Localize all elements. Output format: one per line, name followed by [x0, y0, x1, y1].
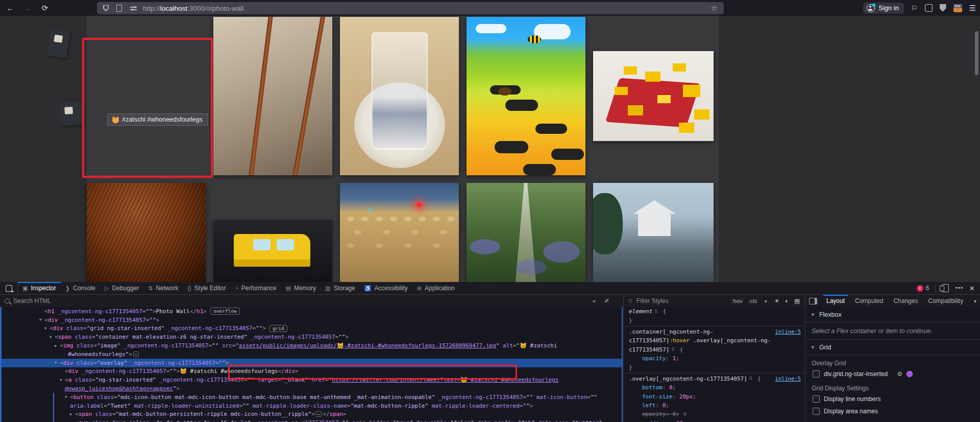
css-declaration[interactable]: font-size: 20px; — [624, 392, 805, 401]
css-declaration[interactable]: padding: ▶20px; — [624, 419, 805, 422]
stylesheet-source-link[interactable]: inline:5 — [775, 376, 801, 382]
url-bar[interactable]: http://localhost:3000/#/photo-wall ☆ — [97, 2, 724, 14]
site-permissions-icon[interactable] — [130, 6, 137, 11]
close-devtools-icon[interactable]: ✕ — [969, 285, 975, 292]
markup-line[interactable]: ▼<span class="container mat-elevation-z6… — [2, 333, 622, 341]
extension-container-icon[interactable] — [925, 4, 933, 12]
css-selector-line[interactable]: } — [624, 316, 805, 324]
grid-color-swatch[interactable] — [906, 371, 913, 377]
devtools-tab-performance[interactable]: ◔Performance — [230, 282, 281, 294]
lego-wall-photo[interactable] — [340, 183, 459, 282]
markup-line[interactable]: aria-label="Tweet" mat-ripple-loader-uni… — [2, 402, 622, 410]
pseudo-class-toggle[interactable]: :hov — [731, 298, 743, 304]
extension-pocket-icon[interactable]: ⚐ — [911, 4, 918, 12]
new-rule-button[interactable]: ＋ — [763, 297, 769, 305]
knit-photo[interactable] — [87, 183, 206, 282]
markup-line[interactable]: ▼<button class="mdc-icon-button mat-mdc-… — [2, 393, 622, 402]
dark-scheme-icon[interactable]: ◐ — [785, 298, 789, 304]
sign-in-button[interactable]: Sign in — [863, 3, 904, 14]
add-node-button[interactable]: ＋ — [591, 297, 597, 306]
css-declaration[interactable]: opacity: 1; — [624, 354, 805, 363]
expand-twisty-icon[interactable]: ▼ — [44, 326, 50, 331]
display-line-numbers-checkbox[interactable] — [813, 395, 820, 403]
css-selector-line[interactable]: } — [624, 363, 805, 371]
expand-twisty-icon[interactable]: ▼ — [39, 318, 44, 322]
forest-path-photo[interactable] — [467, 183, 585, 282]
sidebar-tab-compatibility[interactable]: Compatibility — [923, 295, 968, 307]
back-button[interactable]: ← — [3, 2, 17, 14]
markup-line[interactable]: ▼<div _ngcontent-ng-c1771354057=""> — [2, 316, 622, 324]
proxy-extension-icon[interactable]: bur — [953, 4, 962, 12]
markup-line[interactable]: <h1 _ngcontent-ng-c1771354057="">Photo W… — [2, 307, 622, 316]
element-badge[interactable]: overflow — [210, 308, 240, 315]
element-badge[interactable]: grid — [270, 325, 287, 332]
devtools-tab-console[interactable]: ❯Console — [61, 282, 100, 294]
devtools-tab-network[interactable]: ⇅Network — [143, 282, 183, 294]
print-media-icon[interactable]: ▤ — [794, 297, 800, 304]
filter-styles-input[interactable]: ▽ Filter Styles :hov .cls ＋ ☀ ◐ ▤ — [623, 295, 804, 307]
css-selector-line[interactable]: c1771354057]⠿ { — [624, 345, 805, 354]
lego-red-photo[interactable] — [593, 51, 714, 141]
sidebar-tab-computed[interactable]: Computed — [850, 295, 888, 307]
wall-stickers-photo[interactable] — [213, 17, 332, 175]
reload-button[interactable]: ⟳ — [38, 2, 52, 14]
error-count-badge[interactable]: ! 6 — [917, 285, 929, 292]
sidebar-tabs-overflow-icon[interactable]: ▾ — [974, 298, 980, 304]
lego-car-photo[interactable] — [213, 220, 332, 282]
markup-line[interactable]: ▶<span class="mat-mdc-button-persistent-… — [2, 410, 622, 419]
url-text[interactable]: http://localhost:3000/#/photo-wall — [143, 5, 711, 12]
page-scrollbar-thumb[interactable] — [975, 31, 978, 75]
css-declaration[interactable]: opacity: 0;▽ — [624, 410, 805, 418]
css-selector-line[interactable]: element⠿ { — [624, 307, 805, 316]
forward-button[interactable]: → — [20, 2, 35, 14]
selector-highlighter-icon[interactable]: ⠿ — [749, 376, 752, 381]
bookmark-star-icon[interactable]: ☆ — [711, 4, 718, 13]
tracking-protection-icon[interactable] — [103, 5, 109, 12]
expand-twisty-icon[interactable]: ▼ — [50, 335, 55, 339]
devtools-tab-storage[interactable]: ▥Storage — [321, 282, 359, 294]
page-info-icon[interactable] — [116, 5, 122, 12]
menu-button[interactable]: ☰ — [969, 4, 976, 13]
grid-settings-gear-icon[interactable]: ⚙ — [897, 370, 902, 378]
css-selector-line[interactable]: c1771354057]:hover .overlay[_ngcontent-n… — [624, 336, 805, 345]
expand-twisty-icon[interactable]: ▶ — [55, 344, 60, 348]
markup-line[interactable]: ▶<img class="image" _ngcontent-ng-c17713… — [2, 341, 622, 350]
devtools-tab-memory[interactable]: ▤Memory — [281, 282, 321, 294]
flexbox-section-header[interactable]: ▼ Flexbox — [805, 307, 980, 322]
expand-twisty-icon[interactable]: ▼ — [55, 361, 60, 365]
devtools-menu-icon[interactable]: ••• — [955, 285, 963, 292]
overridden-filter-icon[interactable]: ▽ — [683, 411, 687, 417]
search-html-input[interactable]: Search HTML — [0, 295, 623, 307]
selector-highlighter-icon[interactable]: ⠿ — [654, 309, 657, 314]
devtools-tab-application[interactable]: ⊞Application — [412, 282, 459, 294]
selector-highlighter-icon[interactable]: ⠿ — [671, 347, 674, 352]
water-glass-photo[interactable] — [340, 17, 459, 175]
expand-twisty-icon[interactable]: ▼ — [60, 378, 65, 382]
grid-section-header[interactable]: ▼ Grid — [805, 340, 980, 355]
expand-twisty-icon[interactable]: ▼ — [65, 395, 70, 399]
expand-twisty-icon[interactable]: ▶ — [70, 412, 75, 416]
css-declaration[interactable]: bottom: 0; — [624, 383, 805, 392]
sidebar-dock-icon[interactable] — [809, 298, 817, 304]
markup-line[interactable]: @owasp_juiceshop&hashtags=appsec"> — [2, 384, 622, 393]
house-photo[interactable] — [593, 183, 714, 282]
eyedropper-icon[interactable]: ✐ — [604, 297, 609, 304]
collapsed-content-icon[interactable]: … — [133, 351, 139, 357]
responsive-design-mode-icon[interactable] — [942, 284, 949, 292]
adblock-shield-icon[interactable] — [940, 4, 946, 12]
markup-line[interactable]: #whoneedsfourlegs">… — [2, 350, 622, 359]
css-declaration[interactable]: left: 0; — [624, 401, 805, 410]
sidebar-tab-layout[interactable]: Layout — [821, 295, 850, 307]
collapsed-content-icon[interactable]: … — [316, 411, 322, 417]
css-selector-line[interactable]: .overlay[_ngcontent-ng-c1771354057]⠿ {in… — [624, 374, 805, 383]
devtools-tab-inspector[interactable]: ▣Inspector — [18, 282, 61, 294]
sidebar-tab-changes[interactable]: Changes — [888, 295, 923, 307]
devtools-tab-debugger[interactable]: ▷Debugger — [100, 282, 143, 294]
markup-line[interactable]: ▶<svg class="svg-inline--fa fa-twitter f… — [2, 418, 622, 422]
markup-line[interactable]: ▼<div class="grid ng-star-inserted" _ngc… — [2, 324, 622, 333]
pick-element-button[interactable] — [0, 282, 18, 294]
devtools-tab-accessibility[interactable]: ♿Accessibility — [360, 282, 412, 294]
bee-cartoon-photo[interactable] — [467, 17, 585, 175]
grid-overlay-checkbox[interactable] — [813, 370, 820, 378]
stylesheet-source-link[interactable]: inline:5 — [775, 329, 801, 335]
